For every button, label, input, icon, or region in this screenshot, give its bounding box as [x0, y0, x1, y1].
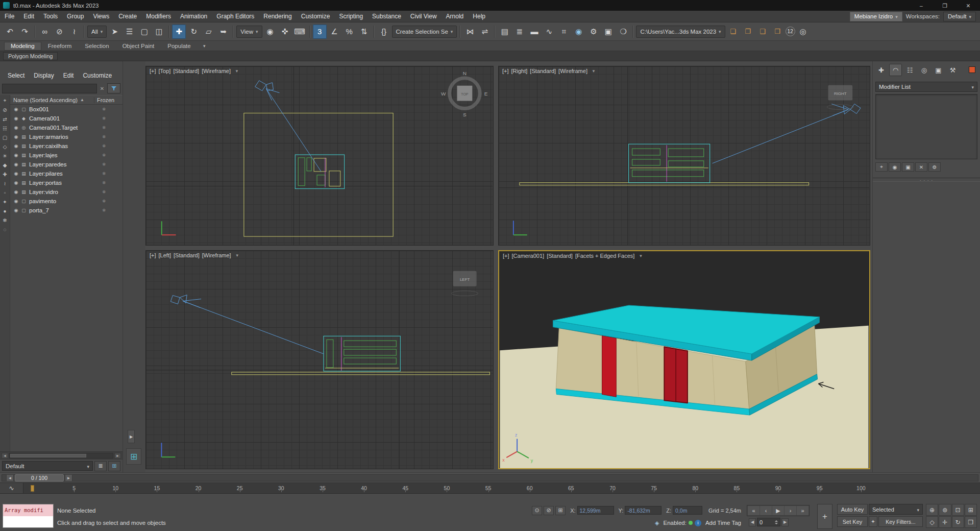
red-door-stripe[interactable] — [602, 335, 617, 397]
go-to-end-button[interactable]: » — [797, 506, 808, 515]
unlink-selection-button[interactable]: ⊘ — [53, 25, 66, 39]
minimize-button[interactable]: – — [910, 0, 933, 11]
visibility-toggle-icon[interactable]: ◉ — [12, 171, 20, 176]
curve-editor-button[interactable]: ∿ — [542, 25, 556, 39]
column-header-frozen[interactable]: Frozen — [94, 97, 122, 103]
project-folder-dropdown[interactable]: C:\Users\Yac...3ds Max 2023 ▾ — [636, 26, 725, 38]
select-and-manipulate-button[interactable]: ✜ — [278, 25, 292, 39]
viewport-label-segment[interactable]: [+] — [503, 253, 509, 259]
explorer-menu-item[interactable]: Customize — [78, 72, 116, 79]
orbit-button[interactable]: ↻ — [952, 516, 964, 528]
zoom-all-button[interactable]: ⊚ — [939, 504, 951, 516]
viewport-top[interactable]: [+][Top][Standard][Wireframe] — [145, 66, 494, 246]
show-end-result-button[interactable]: ◉ — [889, 162, 901, 172]
mirror-button[interactable]: ⋈ — [463, 25, 477, 39]
viewport-right[interactable]: [+][Right][Standard][Wireframe] — [498, 66, 870, 246]
visibility-toggle-icon[interactable]: ◉ — [12, 199, 20, 204]
make-unique-button[interactable]: ▣ — [902, 162, 914, 172]
scene-object-row[interactable]: ◉ ▢ porta_7 ❄ — [10, 206, 122, 215]
scrollbar-track[interactable] — [9, 453, 113, 458]
viewport-filter-icon[interactable] — [639, 254, 643, 258]
frame-forward-arrow[interactable] — [781, 518, 789, 526]
viewcube-ghost[interactable]: LEFT — [452, 271, 478, 296]
frozen-toggle-icon[interactable]: ❄ — [97, 199, 122, 204]
motion-tab[interactable]: ◎ — [918, 64, 930, 76]
frozen-toggle-icon[interactable]: ❄ — [97, 116, 122, 121]
viewport-label-segment[interactable]: [Wireframe] — [558, 68, 587, 74]
scene-object-row[interactable]: ◉ ▢ pavimento ❄ — [10, 197, 122, 206]
explorer-configure-icon[interactable]: ≣ — [94, 461, 107, 471]
workspace-selector[interactable]: Mebiane Izidro — [850, 12, 902, 21]
select-and-scale-button[interactable]: ▱ — [202, 25, 215, 39]
scene-object-row[interactable]: ◉ ▤ Layer:pilares ❄ — [10, 169, 122, 178]
ground-slab-wire[interactable] — [232, 372, 490, 375]
viewport-label-segment[interactable]: [+] — [150, 68, 156, 74]
toggle-ribbon-button[interactable]: ▬ — [527, 25, 541, 39]
frame-rate-badge[interactable]: 12 — [786, 27, 795, 36]
z-value-field[interactable]: 0,0m — [673, 506, 702, 515]
viewport-label-segment[interactable]: [+] — [502, 68, 509, 74]
menu-item[interactable]: Animation — [176, 11, 212, 22]
modifier-list-dropdown[interactable]: Modifier List — [875, 82, 977, 92]
modify-tab[interactable]: ◠ — [889, 64, 902, 76]
next-frame-arrow[interactable] — [65, 474, 72, 481]
display-geometry-icon[interactable]: ▢ — [1, 133, 9, 141]
camera-gizmo[interactable] — [170, 295, 324, 354]
render-production-button[interactable]: ❍ — [616, 25, 630, 39]
polygon-modeling-panel[interactable]: Polygon Modeling — [3, 52, 58, 60]
snaps-toggle[interactable]: 3 — [313, 25, 327, 39]
visibility-toggle-icon[interactable]: ◉ — [12, 208, 20, 213]
render-setup-button[interactable]: ⚙ — [586, 25, 600, 39]
viewport-filter-icon[interactable] — [235, 69, 239, 74]
select-and-rotate-button[interactable]: ↻ — [187, 25, 201, 39]
field-of-view-button[interactable]: ◇ — [926, 516, 938, 528]
display-cameras-icon[interactable]: ◆ — [1, 161, 9, 169]
toggle-layer-explorer-button[interactable]: ≣ — [512, 25, 526, 39]
viewport-filter-icon[interactable] — [235, 253, 239, 258]
menu-item[interactable]: Modifiers — [141, 11, 176, 22]
scene-object-row[interactable]: ◉ ▤ Layer:portas ❄ — [10, 178, 122, 187]
bind-to-space-warp-button[interactable]: ≀ — [67, 25, 81, 39]
scene-object-row[interactable]: ◉ ▤ Layer:armarios ❄ — [10, 132, 122, 141]
isolate-selection-toggle[interactable]: ⊙ — [532, 506, 542, 515]
add-time-tag[interactable]: Add Time Tag — [705, 520, 741, 526]
frozen-toggle-icon[interactable]: ❄ — [97, 143, 122, 149]
explorer-layout-icon[interactable]: ⊞ — [108, 461, 120, 471]
visibility-toggle-icon[interactable]: ◉ — [12, 134, 20, 139]
visibility-toggle-icon[interactable]: ◉ — [12, 153, 20, 158]
frozen-toggle-icon[interactable]: ❄ — [97, 171, 122, 176]
explorer-menu-item[interactable]: Edit — [59, 72, 79, 79]
rollout-splitter[interactable] — [873, 178, 980, 182]
viewcube-top-face[interactable]: TOP — [461, 92, 469, 96]
clear-search-icon[interactable] — [99, 86, 106, 91]
named-selection-dropdown[interactable]: Create Selection Se ▾ — [392, 26, 457, 38]
scene-object-row[interactable]: ◉ ▢ Box001 ❄ — [10, 105, 122, 114]
select-and-place-button[interactable]: ➥ — [216, 25, 230, 39]
material-editor-button[interactable]: ◉ — [572, 25, 585, 39]
ribbon-minimize-icon[interactable] — [198, 41, 209, 51]
previous-frame-arrow[interactable] — [6, 474, 14, 481]
select-object-button[interactable]: ➤ — [108, 25, 121, 39]
ribbon-tab[interactable]: Selection — [78, 42, 115, 51]
key-filters-button[interactable]: Key Filters... — [878, 516, 923, 527]
go-to-start-button[interactable]: « — [748, 506, 760, 515]
adaptive-degradation-toggle[interactable]: ◎ — [796, 25, 810, 39]
archive-folder-icon[interactable]: ❒ — [771, 25, 785, 39]
select-and-link-button[interactable]: ∞ — [38, 25, 52, 39]
compass-north[interactable]: N — [463, 70, 467, 76]
scene-object-row[interactable]: ◉ ▤ Layer:lajes ❄ — [10, 151, 122, 160]
utilities-tab[interactable]: ⚒ — [946, 64, 959, 76]
zoom-button[interactable]: ⊕ — [926, 504, 938, 516]
menu-item[interactable]: Help — [468, 11, 490, 22]
frame-back-arrow[interactable] — [749, 518, 756, 526]
explorer-menu-item[interactable]: Display — [29, 72, 58, 79]
align-button[interactable]: ⇌ — [478, 25, 492, 39]
viewport-left[interactable]: [+][Left][Standard][Wireframe] — [145, 250, 494, 469]
keyboard-override-toggle[interactable]: ⌨ — [293, 25, 307, 39]
viewcube-right-face[interactable]: RIGHT — [834, 91, 847, 96]
scroll-left-arrow[interactable] — [2, 453, 8, 458]
viewport-label-segment[interactable]: [+] — [150, 252, 156, 258]
visibility-toggle-icon[interactable]: ◉ — [12, 189, 20, 195]
next-frame-button[interactable]: › — [785, 506, 796, 515]
column-header-name[interactable]: Name (Sorted Ascending)▲ — [10, 97, 94, 103]
